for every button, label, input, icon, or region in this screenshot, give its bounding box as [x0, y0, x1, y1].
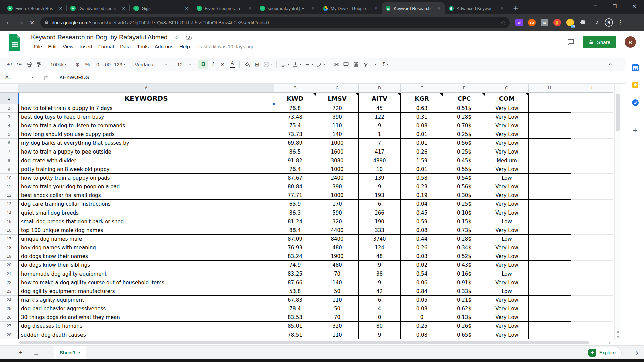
cell-E19[interactable]: 0.03	[401, 252, 443, 261]
cell-F11[interactable]: 0.56$	[443, 182, 485, 191]
cell-F24[interactable]: 0.21$	[443, 296, 485, 304]
cell-G23[interactable]: Low	[485, 287, 529, 296]
cell-A25[interactable]: dog bad behavior aggressiveness	[18, 304, 274, 313]
cell-C28[interactable]: 110	[316, 330, 359, 339]
cell-C23[interactable]: 50	[316, 287, 359, 296]
cell-I6[interactable]	[571, 139, 613, 147]
minimize-button[interactable]: ─	[586, 0, 605, 11]
scroll-left-icon[interactable]: ◂	[606, 341, 612, 345]
cell-F14[interactable]: 0.10$	[443, 208, 485, 217]
cell-C11[interactable]: 390	[316, 182, 359, 191]
cell-G21[interactable]: Low	[485, 269, 529, 278]
cell-D2[interactable]: 45	[359, 104, 401, 113]
select-all-corner[interactable]	[0, 84, 18, 93]
header-cell-B1[interactable]: KWD	[274, 93, 316, 104]
tab-close-icon[interactable]: ✕	[184, 5, 190, 11]
cell-E11[interactable]: 0.23	[401, 182, 443, 191]
cell-I22[interactable]	[571, 278, 613, 287]
row-header-28[interactable]: 28	[0, 330, 18, 339]
cell-D26[interactable]: 0	[359, 313, 401, 322]
cell-I13[interactable]	[571, 200, 613, 208]
row-header-21[interactable]: 21	[0, 269, 18, 278]
decrease-decimal-icon[interactable]: .0	[92, 60, 102, 69]
column-header-F[interactable]: F	[443, 84, 485, 93]
cell-D22[interactable]: 9	[359, 278, 401, 287]
cell-E4[interactable]: 0.08	[401, 121, 443, 130]
cell-C16[interactable]: 4400	[316, 226, 359, 235]
cell-H20[interactable]	[529, 261, 571, 269]
extension-mozbar-icon[interactable]: M	[541, 19, 548, 26]
cell-A21[interactable]: homemade dog agility equipment	[18, 269, 274, 278]
menu-addons[interactable]: Add-ons	[152, 43, 176, 50]
insert-link-icon[interactable]	[332, 60, 341, 69]
borders-icon[interactable]: ⊞	[252, 60, 262, 69]
cell-F4[interactable]: 0.70$	[443, 121, 485, 130]
vertical-align-icon[interactable]: ▾	[291, 60, 303, 69]
cell-C7[interactable]: 1600	[316, 147, 359, 156]
cell-A8[interactable]: dog crate with divider	[18, 156, 274, 165]
cell-G16[interactable]: Very Low	[485, 226, 529, 235]
explore-button[interactable]: Explore	[586, 347, 622, 358]
cell-D10[interactable]: 139	[359, 174, 401, 182]
cell-B28[interactable]: 78.51	[274, 330, 316, 339]
cell-G7[interactable]: Very Low	[485, 147, 529, 156]
cell-E12[interactable]: 0.19	[401, 191, 443, 200]
cell-B24[interactable]: 67.83	[274, 296, 316, 304]
cell-I16[interactable]	[571, 226, 613, 235]
cell-H11[interactable]	[529, 182, 571, 191]
cell-C2[interactable]: 720	[316, 104, 359, 113]
tab-close-icon[interactable]: ✕	[121, 5, 127, 11]
tab-close-icon[interactable]: ✕	[499, 5, 505, 11]
cell-D16[interactable]: 333	[359, 226, 401, 235]
cell-B10[interactable]: 87.67	[274, 174, 316, 182]
cell-D27[interactable]: 80	[359, 322, 401, 330]
cell-G13[interactable]: Very Low	[485, 200, 529, 208]
cell-G20[interactable]: Very Low	[485, 261, 529, 269]
row-header-6[interactable]: 6	[0, 139, 18, 147]
cell-H22[interactable]	[529, 278, 571, 287]
cell-E23[interactable]: 0.84	[401, 287, 443, 296]
cell-A24[interactable]: mark's agility equipment	[18, 296, 274, 304]
cell-B5[interactable]: 73.73	[274, 130, 316, 139]
cell-E26[interactable]: 0	[401, 313, 443, 322]
browser-tab[interactable]: fiseoprorafayatul | F✕	[256, 2, 319, 14]
tasks-icon[interactable]	[631, 99, 639, 107]
cell-B6[interactable]: 69.89	[274, 139, 316, 147]
cell-C13[interactable]: 170	[316, 200, 359, 208]
cell-I1[interactable]	[571, 93, 613, 104]
text-wrap-icon[interactable]: ▾	[303, 60, 315, 69]
cell-H10[interactable]	[529, 174, 571, 182]
cell-E9[interactable]: 0.01	[401, 165, 443, 174]
browser-tab[interactable]: fiDo advanced seo k✕	[66, 2, 129, 14]
all-sheets-icon[interactable]: ≡	[30, 346, 43, 360]
cell-B9[interactable]: 76.4	[274, 165, 316, 174]
cell-D4[interactable]: 9	[359, 121, 401, 130]
cell-F27[interactable]: 0.26$	[443, 322, 485, 330]
row-header-14[interactable]: 14	[0, 208, 18, 217]
cell-D20[interactable]: 9	[359, 261, 401, 269]
cell-I17[interactable]	[571, 235, 613, 243]
bookmark-star-icon[interactable]: ☆	[501, 19, 506, 26]
cell-B12[interactable]: 77.71	[274, 191, 316, 200]
menu-data[interactable]: Data	[117, 43, 134, 50]
cell-G27[interactable]: Very Low	[485, 322, 529, 330]
cell-C10[interactable]: 2400	[316, 174, 359, 182]
cell-B17[interactable]: 87.09	[274, 235, 316, 243]
stop-loading-icon[interactable]: ✕	[26, 17, 38, 28]
cell-G10[interactable]: Low	[485, 174, 529, 182]
cell-F5[interactable]: 0.25$	[443, 130, 485, 139]
row-header-23[interactable]: 23	[0, 287, 18, 296]
cell-G3[interactable]: Very Low	[485, 113, 529, 121]
cell-E3[interactable]: 0.31	[401, 113, 443, 121]
header-cell-F1[interactable]: CPC	[443, 93, 485, 104]
more-formats-select[interactable]: 123▾	[112, 60, 127, 69]
cell-I8[interactable]	[571, 156, 613, 165]
cell-G18[interactable]: Very Low	[485, 243, 529, 252]
cell-C17[interactable]: 8400	[316, 235, 359, 243]
cell-B8[interactable]: 91.82	[274, 156, 316, 165]
cell-I12[interactable]	[571, 191, 613, 200]
row-header-4[interactable]: 4	[0, 121, 18, 130]
back-icon[interactable]: ←	[3, 17, 15, 28]
cell-D24[interactable]: 6	[359, 296, 401, 304]
row-header-12[interactable]: 12	[0, 191, 18, 200]
